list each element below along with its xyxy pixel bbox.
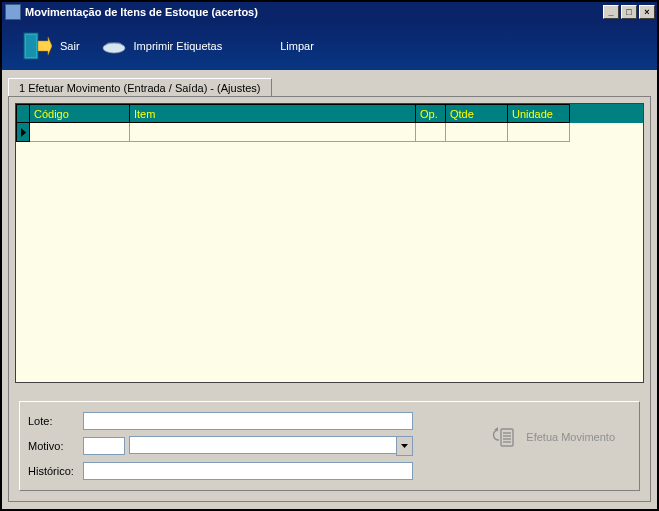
app-icon bbox=[5, 4, 21, 20]
close-button[interactable]: × bbox=[639, 5, 655, 19]
clear-label: Limpar bbox=[280, 40, 314, 52]
refresh-document-icon bbox=[488, 424, 516, 450]
motivo-combo-input[interactable] bbox=[129, 436, 396, 454]
table-row[interactable] bbox=[16, 123, 643, 142]
col-header-codigo[interactable]: Código bbox=[30, 104, 130, 123]
window-controls: _ □ × bbox=[603, 5, 655, 19]
historico-input[interactable] bbox=[83, 462, 413, 480]
tab-movement-label: 1 Efetuar Movimento (Entrada / Saída) - … bbox=[19, 82, 261, 94]
chevron-down-icon[interactable] bbox=[396, 436, 413, 456]
bottom-form-panel: Lote: Motivo: Histórico: bbox=[19, 401, 640, 491]
cell-op[interactable] bbox=[416, 123, 446, 142]
motivo-combo[interactable] bbox=[129, 436, 413, 456]
efetua-movimento-button[interactable]: Efetua Movimento bbox=[488, 424, 615, 450]
efetua-movimento-label: Efetua Movimento bbox=[526, 431, 615, 443]
toolbar: Sair Imprimir Etiquetas Limpar bbox=[2, 22, 657, 70]
svg-rect-1 bbox=[26, 35, 36, 57]
cell-unidade[interactable] bbox=[508, 123, 570, 142]
historico-label: Histórico: bbox=[28, 465, 83, 477]
clear-button[interactable]: Limpar bbox=[280, 40, 314, 52]
lote-input[interactable] bbox=[83, 412, 413, 430]
col-header-item[interactable]: Item bbox=[130, 104, 416, 123]
label-icon bbox=[102, 38, 126, 54]
lote-label: Lote: bbox=[28, 415, 83, 427]
cell-qtde[interactable] bbox=[446, 123, 508, 142]
titlebar: Movimentação de Itens de Estoque (acerto… bbox=[2, 2, 657, 22]
col-header-qtde[interactable]: Qtde bbox=[446, 104, 508, 123]
grid-header-row: Código Item Op. Qtde Unidade bbox=[16, 104, 643, 123]
motivo-code-input[interactable] bbox=[83, 437, 125, 455]
main-window: Movimentação de Itens de Estoque (acerto… bbox=[0, 0, 659, 511]
svg-rect-3 bbox=[501, 429, 513, 446]
minimize-button[interactable]: _ bbox=[603, 5, 619, 19]
col-header-unidade[interactable]: Unidade bbox=[508, 104, 570, 123]
print-labels-button[interactable]: Imprimir Etiquetas bbox=[102, 38, 223, 54]
grid-corner bbox=[16, 104, 30, 123]
tabstrip: 1 Efetuar Movimento (Entrada / Saída) - … bbox=[8, 74, 651, 96]
maximize-button[interactable]: □ bbox=[621, 5, 637, 19]
exit-icon bbox=[20, 31, 52, 61]
row-indicator-icon bbox=[16, 123, 30, 142]
cell-item[interactable] bbox=[130, 123, 416, 142]
exit-button[interactable]: Sair bbox=[20, 31, 80, 61]
window-title: Movimentação de Itens de Estoque (acerto… bbox=[25, 6, 603, 18]
exit-label: Sair bbox=[60, 40, 80, 52]
tab-content: Código Item Op. Qtde Unidade Lote: bbox=[8, 96, 651, 502]
tab-movement[interactable]: 1 Efetuar Movimento (Entrada / Saída) - … bbox=[8, 78, 272, 97]
col-header-op[interactable]: Op. bbox=[416, 104, 446, 123]
print-labels-label: Imprimir Etiquetas bbox=[134, 40, 223, 52]
data-grid[interactable]: Código Item Op. Qtde Unidade bbox=[15, 103, 644, 383]
motivo-label: Motivo: bbox=[28, 440, 83, 452]
cell-codigo[interactable] bbox=[30, 123, 130, 142]
